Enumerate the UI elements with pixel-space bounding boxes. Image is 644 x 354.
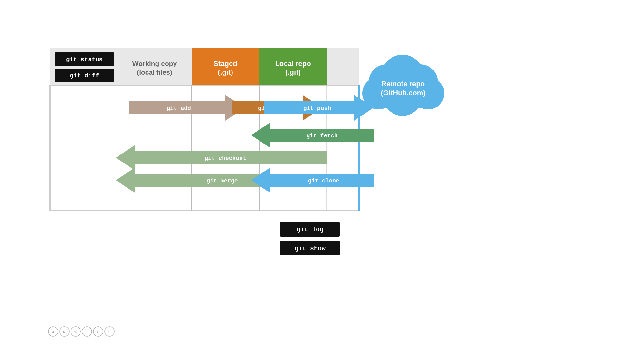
- working-copy-header: Working copy: [132, 60, 177, 67]
- git-push-label: git push: [303, 105, 331, 112]
- git-status-label: git status: [66, 56, 103, 63]
- svg-text:⊖: ⊖: [108, 330, 111, 335]
- git-fetch-label: git fetch: [306, 133, 337, 139]
- remote-repo-label-2: (GitHub.com): [381, 89, 425, 97]
- svg-text:⊡: ⊡: [86, 330, 88, 335]
- svg-rect-6: [327, 48, 359, 85]
- staged-subheader: (.git): [218, 68, 233, 76]
- git-log-label: git log: [297, 226, 324, 233]
- git-merge-label: git merge: [206, 178, 238, 184]
- git-clone-label: git clone: [308, 178, 339, 184]
- svg-text:✎: ✎: [74, 330, 77, 335]
- local-repo-header: Local repo: [275, 60, 311, 68]
- git-checkout-label: git checkout: [204, 155, 246, 162]
- git-diff-label: git diff: [70, 72, 99, 79]
- local-repo-subheader: (.git): [285, 68, 301, 76]
- git-add-label: git add: [166, 105, 191, 112]
- staged-header: Staged: [213, 60, 237, 68]
- git-show-label: git show: [295, 245, 326, 252]
- svg-text:⊕: ⊕: [97, 330, 99, 335]
- working-copy-subheader: (local files): [137, 69, 172, 76]
- svg-text:▶: ▶: [63, 330, 66, 335]
- remote-repo-label-1: Remote repo: [382, 80, 425, 88]
- diagram-canvas: git status git diff Working copy (local …: [0, 0, 644, 354]
- svg-text:◀: ◀: [52, 330, 54, 335]
